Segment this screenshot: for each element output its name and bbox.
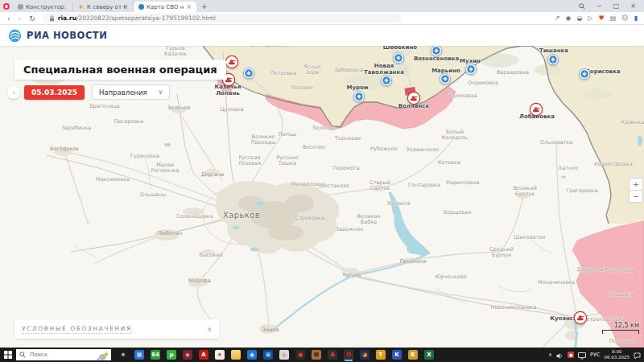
app-maroon-icon[interactable]: ◆	[183, 350, 192, 360]
zoom-in-button[interactable]: +	[629, 178, 643, 191]
system-tray: ∧ ● РУС 8:00 06.03.2025	[548, 348, 644, 362]
forward-icon[interactable]: ›	[14, 14, 26, 23]
pinwheel-icon[interactable]: ∗	[215, 350, 225, 360]
tray-red-badge-icon[interactable]: ●	[568, 352, 574, 358]
search-icon	[19, 352, 26, 358]
strike-marker-icon[interactable]	[431, 46, 443, 57]
camera-app-icon[interactable]: ◉	[247, 350, 257, 360]
taskbar-search[interactable]	[16, 349, 111, 360]
tab2-star-favicon-icon: ★	[78, 4, 85, 10]
ria-logo-icon[interactable]	[8, 29, 22, 43]
tab-label: Конструктор: В России с	[26, 4, 68, 10]
new-tab-button[interactable]: +	[196, 2, 213, 12]
previous-date-button[interactable]: ‹	[7, 86, 20, 99]
tab-close-icon[interactable]: ×	[186, 3, 192, 10]
taskview-icon[interactable]: ∗	[118, 350, 128, 360]
legend-toggle[interactable]: УСЛОВНЫЕ ОБОЗНАЧЕНИЯ ∧	[14, 319, 219, 339]
map-canvas[interactable]: Казачья ЛопаньШебекиноВознесеновкаНовая …	[0, 46, 644, 348]
explorer-folder-icon[interactable]	[231, 350, 241, 360]
easy-setup-icon[interactable]: ◒	[576, 12, 582, 24]
strike-marker-icon[interactable]	[381, 75, 393, 87]
site-brand[interactable]: РИА НОВОСТИ	[27, 30, 107, 41]
utorrent-icon[interactable]: µ	[167, 350, 176, 360]
lock-icon	[49, 15, 55, 22]
aimp-icon[interactable]: A	[328, 350, 337, 360]
strike-marker-icon[interactable]	[243, 68, 255, 80]
map-zoom-controls: + −	[629, 178, 643, 203]
snapshot-icon[interactable]: ◉	[565, 12, 571, 24]
scale-bar	[602, 330, 639, 334]
date-navigation: ‹ 05.03.2025 Направления ∨	[7, 84, 170, 100]
url-path: /20220822/spetsoperatsiya-1795199102.htm…	[76, 14, 216, 22]
app-kblue-icon[interactable]: K	[392, 350, 402, 360]
tab-label: К северу от Купянска пу	[87, 4, 128, 10]
search-input[interactable]	[28, 351, 88, 359]
legend-label: УСЛОВНЫЕ ОБОЗНАЧЕНИЯ	[22, 325, 132, 334]
share-icon[interactable]: ↗	[555, 12, 560, 24]
toolbar-action-icons: ↗◉◒▷♥▤☺▮	[555, 12, 644, 24]
taskbar-clock[interactable]: 8:00 06.03.2025	[605, 349, 630, 360]
favorites-heart-icon[interactable]: ♥	[599, 12, 605, 24]
browser-toolbar: ‹ › ↻ ria.ru/20220822/spetsoperatsiya-17…	[0, 12, 644, 25]
scale-label: 12,5 км	[602, 322, 639, 329]
minimize-button[interactable]: −	[597, 0, 602, 12]
tray-chevron-icon[interactable]: ∧	[548, 352, 552, 358]
directions-dropdown-label: Направления	[99, 88, 147, 97]
chevron-up-icon: ∧	[207, 326, 212, 333]
tab-2[interactable]: ★ К северу от Купянска пу	[73, 2, 134, 12]
recorder-icon[interactable]: ●	[295, 350, 305, 360]
photos-icon[interactable]: ▣	[263, 350, 273, 360]
app-blue-icon[interactable]: ▦	[134, 350, 144, 360]
window-controls: − □ ×	[579, 0, 644, 12]
opera-menu-icon[interactable]: O	[0, 2, 13, 12]
site-header: РИА НОВОСТИ	[0, 25, 644, 46]
zoom-out-button[interactable]: −	[629, 191, 643, 203]
strike-marker-icon[interactable]	[440, 73, 452, 85]
app-kgold-icon[interactable]: K	[408, 350, 418, 360]
strike-marker-icon[interactable]	[353, 91, 365, 103]
tab-3-active[interactable]: Карта СВО на Украин ×	[134, 2, 196, 12]
player-icon[interactable]: ▷	[588, 12, 592, 24]
opera-taskbar-icon[interactable]: O	[344, 350, 353, 360]
workspaces-icon[interactable]: ▤	[610, 12, 617, 24]
date-badge[interactable]: 05.03.2025	[24, 85, 85, 100]
acrobat-icon[interactable]: A	[199, 350, 208, 360]
app-64-icon[interactable]: 64	[151, 350, 160, 360]
search-highlight-bird-icon[interactable]	[94, 349, 110, 362]
directions-dropdown[interactable]: Направления ∨	[92, 84, 171, 100]
tab-1[interactable]: Конструктор: В России с	[13, 2, 73, 12]
action-center-icon[interactable]	[634, 348, 641, 362]
close-button[interactable]: ×	[630, 0, 636, 12]
browser-tabstrip: O Конструктор: В России с ★ К северу от …	[0, 0, 644, 12]
address-bar[interactable]: ria.ru/20220822/spetsoperatsiya-17951991…	[43, 14, 402, 23]
profile-icon[interactable]: ☺	[621, 12, 628, 24]
reload-icon[interactable]: ↻	[25, 14, 39, 23]
strike-marker-icon[interactable]	[579, 68, 591, 80]
sidebar-toggle-icon[interactable]: ▮	[634, 12, 638, 24]
totalcmd-icon[interactable]: T	[376, 350, 386, 360]
url-domain: ria.ru	[58, 14, 76, 22]
strike-marker-icon[interactable]	[465, 64, 477, 76]
screen: O Конструктор: В России с ★ К северу от …	[0, 0, 644, 362]
avatar-app-icon[interactable]: ☻	[312, 350, 321, 360]
excel-icon[interactable]: X	[424, 350, 434, 360]
start-button[interactable]	[0, 348, 16, 362]
disc-icon[interactable]: ◎	[279, 350, 289, 360]
tab-label: Карта СВО на Украин	[147, 4, 184, 10]
network-display-icon[interactable]	[578, 348, 586, 362]
back-icon[interactable]: ‹	[3, 14, 14, 23]
windows-taskbar: ∗▦64µ◆A∗◉▣◎●☻AO◕TKKX ∧ ● РУС 8:00 06.03.…	[0, 348, 644, 362]
battle-marker-icon[interactable]	[574, 311, 588, 325]
firefox-icon[interactable]: ◕	[360, 350, 369, 360]
language-indicator[interactable]: РУС	[590, 352, 600, 358]
battle-marker-icon[interactable]	[407, 92, 421, 105]
battle-marker-icon[interactable]	[530, 103, 543, 117]
strike-marker-icon[interactable]	[393, 52, 405, 64]
battle-marker-icon[interactable]	[225, 56, 239, 69]
chevron-down-icon: ∨	[159, 88, 163, 96]
clock-time: 8:00	[605, 349, 630, 355]
search-tabs-icon[interactable]	[579, 3, 585, 10]
maximize-button[interactable]: □	[613, 0, 620, 12]
strike-marker-icon[interactable]	[547, 54, 559, 66]
volume-icon[interactable]	[556, 348, 564, 362]
